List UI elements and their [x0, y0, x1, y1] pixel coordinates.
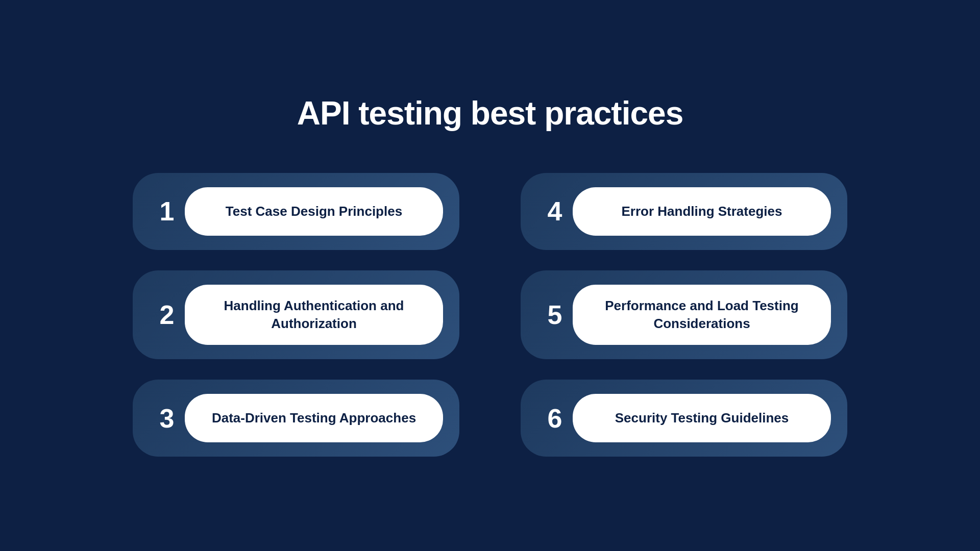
list-item: 1 Test Case Design Principles: [133, 173, 459, 250]
item-number-3: 3: [149, 403, 185, 434]
item-number-5: 5: [537, 299, 573, 330]
list-item: 2 Handling Authentication and Authorizat…: [133, 270, 459, 359]
list-item: 6 Security Testing Guidelines: [521, 380, 847, 457]
item-number-6: 6: [537, 403, 573, 434]
topics-grid: 1 Test Case Design Principles 4 Error Ha…: [133, 173, 847, 457]
item-label-5: Performance and Load Testing Considerati…: [573, 285, 831, 345]
item-label-3: Data-Driven Testing Approaches: [185, 394, 443, 442]
item-label-1: Test Case Design Principles: [185, 187, 443, 236]
list-item: 3 Data-Driven Testing Approaches: [133, 380, 459, 457]
item-label-2: Handling Authentication and Authorizatio…: [185, 285, 443, 345]
item-label-4: Error Handling Strategies: [573, 187, 831, 236]
list-item: 5 Performance and Load Testing Considera…: [521, 270, 847, 359]
list-item: 4 Error Handling Strategies: [521, 173, 847, 250]
page-title: API testing best practices: [297, 94, 683, 132]
item-label-6: Security Testing Guidelines: [573, 394, 831, 442]
item-number-2: 2: [149, 299, 185, 330]
item-number-4: 4: [537, 196, 573, 227]
item-number-1: 1: [149, 196, 185, 227]
